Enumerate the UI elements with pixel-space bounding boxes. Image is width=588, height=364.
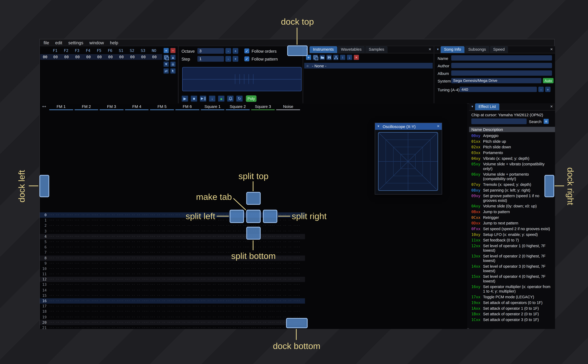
pattern-cell[interactable]: ··· ·· ·· ····: [74, 293, 99, 298]
pattern-cell[interactable]: ··· ·· ·· ····: [276, 234, 301, 239]
pattern-cell[interactable]: ··· ·· ·· ····: [99, 325, 124, 329]
author-input[interactable]: [451, 63, 552, 68]
follow-orders-checkbox[interactable]: ✓: [244, 48, 249, 53]
pattern-cell[interactable]: ··· ·· ·· ····: [175, 287, 200, 293]
pattern-cell[interactable]: ··· ·· ·· ····: [74, 250, 99, 255]
move-order-down-button[interactable]: ▼: [163, 61, 169, 67]
pattern-cell[interactable]: ··· ·· ·· ····: [175, 223, 200, 228]
channel-header-fm-3[interactable]: FM 3: [99, 104, 124, 110]
pattern-cell[interactable]: ··· ·· ·· ····: [200, 261, 225, 266]
play-button[interactable]: ▶: [181, 95, 188, 102]
pattern-cell[interactable]: ··· ·· ·· ····: [149, 250, 175, 255]
effect-row[interactable]: 15xxSet level of operator 4 (0 highest, …: [469, 274, 555, 284]
pattern-cell[interactable]: ··· ·· ·· ····: [149, 255, 175, 261]
tab-effect-list[interactable]: Effect List: [475, 103, 499, 110]
pattern-cell[interactable]: ··· ·· ·· ····: [175, 245, 200, 250]
channel-header-fm-6[interactable]: FM 6: [175, 104, 200, 110]
pattern-cell[interactable]: ··· ·· ·· ····: [276, 266, 301, 271]
pattern-cell[interactable]: ··· ·· ·· ····: [124, 234, 149, 239]
pattern-cell[interactable]: ··· ·· ·· ····: [99, 266, 124, 271]
pattern-cell[interactable]: ··· ·· ·· ····: [74, 223, 99, 228]
effect-row[interactable]: 1BxxSet attack of operator 2 (0 to 1F): [469, 311, 555, 317]
auto-system-button[interactable]: Auto: [543, 78, 554, 83]
pattern-cell[interactable]: ··· ·· ·· ····: [124, 212, 149, 218]
stop-button[interactable]: ■: [191, 95, 197, 102]
pattern-cell[interactable]: ··· ·· ·· ····: [74, 298, 99, 304]
pattern-cell[interactable]: ··· ·· ·· ····: [276, 261, 301, 266]
pattern-cell[interactable]: ··· ·· ·· ····: [48, 287, 74, 293]
pattern-cell[interactable]: ··· ·· ·· ····: [48, 320, 74, 325]
tab-song-info[interactable]: Song Info: [441, 46, 464, 53]
pattern-cell[interactable]: ··· ·· ·· ····: [99, 320, 124, 325]
channel-header-noise[interactable]: Noise: [276, 104, 301, 110]
tab-subsongs[interactable]: Subsongs: [465, 46, 489, 53]
pattern-cell[interactable]: ··· ·· ·· ····: [74, 239, 99, 245]
pattern-cell[interactable]: ··· ·· ·· ····: [124, 287, 149, 293]
pattern-cell[interactable]: ··· ·· ·· ····: [99, 261, 124, 266]
pattern-cell[interactable]: ··· ·· ·· ····: [124, 309, 149, 314]
pattern-cell[interactable]: ··· ·· ·· ····: [149, 287, 175, 293]
pattern-cell[interactable]: ··· ·· ·· ····: [48, 223, 74, 228]
pattern-cell[interactable]: ··· ·· ·· ····: [175, 298, 200, 304]
pattern-cell[interactable]: ··· ·· ·· ····: [124, 261, 149, 266]
pattern-cell[interactable]: ··· ·· ·· ····: [99, 287, 124, 293]
pattern-cell[interactable]: ··· ·· ·· ····: [200, 282, 225, 287]
save-instrument-button[interactable]: [326, 55, 332, 60]
pattern-cell[interactable]: ··· ·· ·· ····: [225, 282, 250, 287]
pattern-cell[interactable]: ··· ·· ·· ····: [48, 218, 74, 223]
pattern-cell[interactable]: ··· ·· ·· ····: [276, 293, 301, 298]
pattern-cell[interactable]: ··· ·· ·· ····: [200, 245, 225, 250]
tab-samples[interactable]: Samples: [365, 46, 388, 53]
pattern-cell[interactable]: ··· ·· ·· ····: [74, 266, 99, 271]
oscilloscope-titlebar[interactable]: ▼ Oscilloscope (X-Y) ×: [375, 123, 442, 130]
step-increase-button[interactable]: +: [233, 56, 238, 62]
menu-settings[interactable]: settings: [68, 40, 83, 45]
pattern-cell[interactable]: ··· ·· ·· ····: [124, 255, 149, 261]
close-icon[interactable]: ×: [429, 47, 431, 52]
effect-search-input[interactable]: [471, 118, 527, 124]
order-edit-mode-button[interactable]: [170, 68, 176, 74]
duplicate-instrument-button[interactable]: [312, 55, 318, 60]
pattern-cell[interactable]: ··· ·· ·· ····: [99, 234, 124, 239]
piano-widget[interactable]: [182, 67, 302, 91]
pattern-cell[interactable]: ··· ·· ·· ····: [99, 298, 124, 304]
collapse-icon[interactable]: ▼: [471, 105, 474, 108]
pattern-cell[interactable]: ··· ·· ·· ····: [99, 250, 124, 255]
pattern-cell[interactable]: ··· ·· ·· ····: [225, 245, 250, 250]
dock-top-target[interactable]: [287, 45, 308, 56]
effect-row[interactable]: 06xyVolume slide + portamento (compatibi…: [469, 171, 555, 182]
menu-file[interactable]: file: [44, 40, 49, 45]
pattern-cell[interactable]: ··· ·· ·· ····: [225, 287, 250, 293]
pattern-cell[interactable]: ··· ·· ·· ····: [276, 287, 301, 293]
effect-row[interactable]: 17xxToggle PCM mode (LEGACY): [469, 294, 555, 300]
pattern-cell[interactable]: ··· ·· ·· ····: [149, 234, 175, 239]
pattern-cell[interactable]: ··· ·· ·· ····: [99, 255, 124, 261]
pattern-cell[interactable]: ··· ·· ·· ····: [124, 228, 149, 234]
pattern-cell[interactable]: ··· ·· ·· ····: [175, 255, 200, 261]
pattern-cell[interactable]: ··· ·· ·· ····: [149, 223, 175, 228]
pattern-cell[interactable]: ··· ·· ·· ····: [200, 271, 225, 277]
add-order-button[interactable]: +: [163, 48, 169, 53]
effect-row[interactable]: 03xxPortamento: [469, 150, 555, 156]
edit-record-button[interactable]: ●: [218, 95, 225, 102]
pattern-cell[interactable]: ··· ·· ·· ····: [124, 245, 149, 250]
pattern-cell[interactable]: ··· ·· ·· ····: [149, 320, 175, 325]
pattern-cell[interactable]: ··· ·· ·· ····: [225, 239, 250, 245]
pattern-cell[interactable]: ··· ·· ·· ····: [99, 223, 124, 228]
pattern-cell[interactable]: ··· ·· ·· ····: [99, 293, 124, 298]
delete-instrument-button[interactable]: ×: [354, 55, 359, 60]
pattern-cell[interactable]: ··· ·· ·· ····: [48, 298, 74, 304]
move-instrument-up-button[interactable]: ↑: [340, 55, 345, 60]
pattern-cell[interactable]: ··· ·· ·· ····: [124, 239, 149, 245]
tab-wavetables[interactable]: Wavetables: [337, 46, 365, 53]
effect-row[interactable]: 08xySet panning (x: left; y: right): [469, 187, 555, 193]
effect-row[interactable]: 05xyVolume slide + vibrato (compatibilit…: [469, 161, 555, 171]
octave-decrease-button[interactable]: -: [225, 48, 231, 54]
pattern-cell[interactable]: ··· ·· ·· ····: [99, 218, 124, 223]
poly-mode-button[interactable]: Poly: [246, 95, 257, 102]
effect-row[interactable]: 1CxxSet attack of operator 3 (0 to 1F): [469, 317, 555, 323]
pattern-cell[interactable]: ··· ·· ·· ····: [175, 293, 200, 298]
pattern-cell[interactable]: ··· ·· ·· ····: [149, 266, 175, 271]
octave-input[interactable]: 3: [197, 48, 224, 54]
effect-row[interactable]: 19xxSet attack of all operators (0 to 1F…: [469, 300, 555, 306]
